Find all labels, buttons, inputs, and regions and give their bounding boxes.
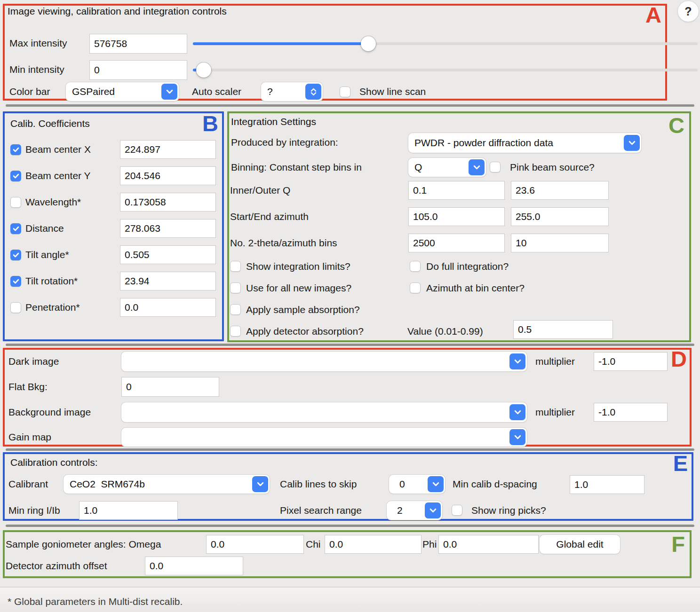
outer-q-input[interactable] [511,181,609,200]
phi-input[interactable] [438,535,539,554]
beam-center-y-input[interactable] [120,166,216,185]
tilt-rotation-checkbox[interactable] [10,276,21,287]
penetration-checkbox[interactable] [10,302,21,313]
calib-lines-to-skip-label: Calib lines to skip [280,475,357,494]
calibrant-select[interactable]: CeO2 SRM674b [64,475,270,494]
two-theta-bins-input[interactable] [408,234,505,252]
check-icon [13,173,19,179]
max-intensity-slider-thumb[interactable] [361,36,376,51]
divider-sash [6,525,694,527]
absorption-value-input[interactable] [513,320,613,339]
max-intensity-slider-fill [193,42,368,45]
check-icon [13,279,19,284]
chevron-down-icon [469,159,485,175]
chevron-updown-icon [305,84,321,100]
max-intensity-label: Max intensity [9,34,67,53]
max-intensity-slider[interactable] [193,34,698,54]
produced-by-select[interactable]: PWDR - powder diffraction data [408,133,641,153]
end-azimuth-input[interactable] [511,207,609,226]
goniometer-angles-label: Sample goniometer angles: Omega [6,535,161,554]
background-image-select[interactable] [121,402,527,422]
beam-center-x-checkbox[interactable] [10,144,21,155]
apply-sample-absorption-checkbox[interactable] [230,304,241,315]
help-button[interactable]: ? [678,1,699,22]
pixel-search-range-label: Pixel search range [280,501,362,520]
bins-label: No. 2-theta/azimuth bins [230,234,337,252]
pink-beam-label: Pink beam source? [510,158,595,177]
binning-select[interactable]: Q [408,158,486,177]
color-bar-label: Color bar [9,82,50,101]
color-bar-select[interactable]: GSPaired [66,82,179,101]
wavelength-label: Wavelength* [25,193,81,212]
dark-image-label: Dark image [8,352,59,371]
pixel-search-range-select[interactable]: 2 [387,501,442,520]
auto-scaler-select[interactable]: ? [261,82,323,101]
distance-input[interactable] [120,219,216,238]
dark-image-select[interactable] [121,352,527,371]
wavelength-input[interactable] [120,193,216,212]
binning-value: Q [414,162,422,173]
dark-multiplier-input[interactable] [594,352,668,371]
phi-label: Phi [422,535,437,554]
beam-center-x-input[interactable] [120,140,216,159]
global-edit-button[interactable]: Global edit [540,535,620,554]
show-integration-limits-label: Show integration limits? [246,257,350,276]
wavelength-checkbox[interactable] [10,197,21,208]
absorption-value-label: Value (0.01-0.99) [407,322,483,341]
apply-sample-absorption-label: Apply sample absorption? [246,300,360,319]
azimuth-bins-input[interactable] [511,234,609,252]
section-e-letter: E [673,452,688,474]
tilt-angle-input[interactable] [120,245,216,264]
start-azimuth-input[interactable] [408,207,505,226]
azimuth-at-bin-center-checkbox[interactable] [410,282,421,293]
min-ring-input[interactable] [79,501,178,520]
chevron-down-icon [161,84,177,100]
calibrant-value: CeO2 SRM674b [70,479,145,490]
inner-q-input[interactable] [408,181,505,200]
detector-azimuth-offset-input[interactable] [145,557,243,575]
beam-center-x-label: Beam center X [25,140,91,159]
tilt-angle-checkbox[interactable] [10,250,21,260]
calib-lines-to-skip-value: 0 [399,479,405,490]
section-b-calib-coefficients: Calib. Coefficients B Beam center X Beam… [3,111,224,341]
calib-lines-to-skip-select[interactable]: 0 [389,475,445,494]
omega-input[interactable] [206,535,304,554]
min-intensity-slider[interactable] [193,60,698,80]
penetration-input[interactable] [120,298,216,317]
inner-outer-q-label: Inner/Outer Q [230,181,290,200]
tilt-rotation-input[interactable] [120,272,216,290]
min-calib-d-spacing-input[interactable] [570,475,644,494]
min-calib-d-spacing-label: Min calib d-spacing [453,475,537,494]
gain-map-select[interactable] [121,428,527,447]
section-f-letter: F [671,533,685,555]
distance-checkbox[interactable] [10,223,21,234]
chevron-down-icon [252,476,268,492]
min-intensity-slider-track[interactable] [193,69,698,71]
flat-bkg-input[interactable] [121,377,219,397]
show-integration-limits-checkbox[interactable] [230,261,241,272]
chi-input[interactable] [325,535,422,554]
chi-label: Chi [306,535,321,554]
use-for-all-new-images-checkbox[interactable] [230,282,241,293]
section-c-integration-settings: Integration Settings C Produced by integ… [227,111,691,342]
max-intensity-input[interactable] [89,34,187,54]
section-b-letter: B [202,112,218,134]
tilt-angle-label: Tilt angle* [25,245,69,264]
penetration-label: Penetration* [25,298,80,317]
distance-label: Distance [25,219,64,238]
min-intensity-input[interactable] [89,60,187,80]
show-line-scan-checkbox[interactable] [340,86,350,97]
background-multiplier-input[interactable] [594,403,668,422]
pink-beam-checkbox[interactable] [490,162,501,173]
min-intensity-slider-thumb[interactable] [196,63,211,78]
apply-detector-absorption-checkbox[interactable] [230,326,241,337]
beam-center-y-checkbox[interactable] [10,171,21,181]
dark-multiplier-label: multiplier [535,352,575,371]
show-ring-picks-checkbox[interactable] [452,505,462,516]
apply-detector-absorption-label: Apply detector absorption? [246,322,364,341]
chevron-down-icon [509,429,525,445]
chevron-down-icon [428,476,444,492]
max-intensity-slider-track[interactable] [193,42,698,45]
start-end-azimuth-label: Start/End azimuth [230,207,309,226]
do-full-integration-checkbox[interactable] [410,261,421,272]
